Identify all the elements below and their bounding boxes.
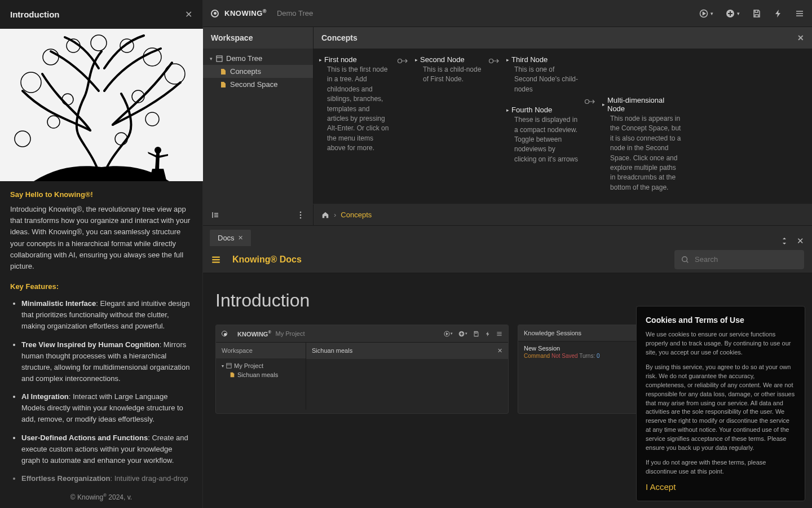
close-icon[interactable]: ✕ xyxy=(497,347,502,354)
node-connector-icon xyxy=(488,57,501,65)
intro-hello: Say Hello to Knowing®! xyxy=(10,189,192,200)
svg-point-18 xyxy=(398,59,402,63)
svg-point-19 xyxy=(489,59,493,63)
arrow-right-icon: ▸ xyxy=(506,57,509,63)
save-button[interactable] xyxy=(473,331,479,337)
brand: KNOWING® xyxy=(224,8,267,17)
tree-name: Demo Tree xyxy=(277,9,313,17)
svg-point-23 xyxy=(300,217,302,218)
hamburger-icon[interactable] xyxy=(211,255,221,265)
breadcrumb-bar: › Concepts xyxy=(203,204,812,226)
docs-title: Knowing® Docs xyxy=(232,255,302,265)
svg-point-24 xyxy=(682,256,687,261)
lightning-button[interactable] xyxy=(774,9,783,18)
intro-illustration xyxy=(0,29,203,181)
concepts-title: Concepts xyxy=(321,33,358,42)
concepts-panel: Concepts ✕ ▸First node This is the first… xyxy=(314,27,812,204)
play-menu-button[interactable]: ▾ xyxy=(699,9,713,18)
workspace-item-concepts[interactable]: Concepts xyxy=(203,65,313,78)
close-icon[interactable]: ✕ xyxy=(797,33,804,42)
workspace-panel: Workspace ▾ Demo Tree Concepts xyxy=(203,27,314,204)
list-item: User-Defined Actions and Functions: Crea… xyxy=(21,432,192,466)
page-icon xyxy=(220,81,227,88)
intro-panel: Introduction ✕ xyxy=(0,0,203,508)
accept-button[interactable]: I Accept xyxy=(646,482,796,492)
chevron-down-icon: ▾ xyxy=(710,11,713,16)
cookie-title: Cookies and Terms of Use xyxy=(646,316,796,325)
kebab-menu-button[interactable] xyxy=(296,211,305,220)
play-menu-button[interactable]: ▾ xyxy=(444,331,453,337)
arrow-right-icon: ▸ xyxy=(506,107,509,113)
caret-down-icon: ▾ xyxy=(210,56,213,62)
cookie-text: By using this service, you agree to do s… xyxy=(646,363,796,453)
intro-feature-list: Minimalistic Interface: Elegant and intu… xyxy=(10,298,192,484)
arrow-right-icon: ▸ xyxy=(602,102,605,107)
svg-point-14 xyxy=(155,147,161,154)
logo-icon xyxy=(222,331,227,336)
svg-point-22 xyxy=(300,214,302,216)
logo-icon xyxy=(211,10,219,17)
workspace-item-second-space[interactable]: Second Space xyxy=(203,78,313,91)
svg-point-21 xyxy=(300,211,302,213)
home-icon[interactable] xyxy=(321,211,329,219)
workspace-item[interactable]: Sichuan meals xyxy=(220,370,301,379)
close-icon[interactable]: ✕ xyxy=(185,9,192,20)
search-input[interactable]: Search xyxy=(674,250,804,269)
breadcrumb-current[interactable]: Concepts xyxy=(341,211,372,219)
cookie-text: We use cookies to ensure our service fun… xyxy=(646,330,796,357)
arrow-right-icon: ▸ xyxy=(415,57,418,63)
page-icon xyxy=(220,68,227,75)
workspace-root[interactable]: ▾ My Project xyxy=(220,361,301,370)
window-icon xyxy=(216,55,223,62)
close-icon[interactable]: ✕ xyxy=(238,234,243,242)
menu-button[interactable] xyxy=(795,9,804,18)
arrow-right-icon: ▸ xyxy=(319,57,322,63)
search-icon xyxy=(681,256,689,264)
add-menu-button[interactable]: ▾ xyxy=(458,331,467,337)
list-item: AI Integration: Interact with Large Lang… xyxy=(21,391,192,425)
topbar: KNOWING® Demo Tree ▾ ▾ xyxy=(203,0,812,27)
cookie-consent: Cookies and Terms of Use We use cookies … xyxy=(636,306,805,501)
intro-title: Introduction xyxy=(10,10,59,19)
intro-features-title: Key Features: xyxy=(10,281,192,292)
intro-footer: © Knowing® 2024, v. xyxy=(0,486,202,508)
tree-node[interactable]: ▸Multi-dimensional Node This node is app… xyxy=(602,96,681,192)
menu-button[interactable] xyxy=(496,331,502,337)
breadcrumb-sep: › xyxy=(334,211,336,219)
tree-node[interactable]: ▸First node This is the first node in a … xyxy=(319,55,391,154)
intro-desc: Introducing Knowing®, the revolutionary … xyxy=(10,204,192,272)
node-connector-icon xyxy=(584,98,597,106)
list-item: Minimalistic Interface: Elegant and intu… xyxy=(21,298,192,332)
list-item: Tree View Inspired by Human Cognition: M… xyxy=(21,339,192,385)
svg-point-20 xyxy=(585,100,589,104)
cookie-text: If you do not agree with these terms, pl… xyxy=(646,458,796,476)
tree-node[interactable]: ▸Second Node This is a child-node of Fir… xyxy=(415,55,483,85)
list-item: Effortless Reorganization: Intuitive dra… xyxy=(21,473,192,484)
embedded-app-preview: KNOWING® My Project ▾ ▾ xyxy=(215,325,509,414)
svg-rect-17 xyxy=(217,56,222,62)
chevron-down-icon: ▾ xyxy=(737,11,740,16)
save-button[interactable] xyxy=(752,9,761,18)
lightning-button[interactable] xyxy=(485,331,491,337)
close-icon[interactable]: ✕ xyxy=(797,236,804,246)
tree-node[interactable]: ▸Fourth Node These is displayed in a com… xyxy=(506,106,579,164)
tab-docs[interactable]: Docs ✕ xyxy=(210,230,251,246)
add-menu-button[interactable]: ▾ xyxy=(726,9,740,18)
workspace-root[interactable]: ▾ Demo Tree xyxy=(203,52,313,65)
svg-rect-27 xyxy=(227,364,231,368)
workspace-title: Workspace xyxy=(203,27,313,49)
embedded-sessions-preview: Knowledge Sessions New Session Command N… xyxy=(518,325,642,414)
node-connector-icon xyxy=(397,57,409,65)
collapse-panel-button[interactable] xyxy=(211,211,220,220)
tree-node[interactable]: ▸Third Node This is one of Second Node's… xyxy=(506,55,579,94)
expand-icon[interactable] xyxy=(781,237,788,246)
